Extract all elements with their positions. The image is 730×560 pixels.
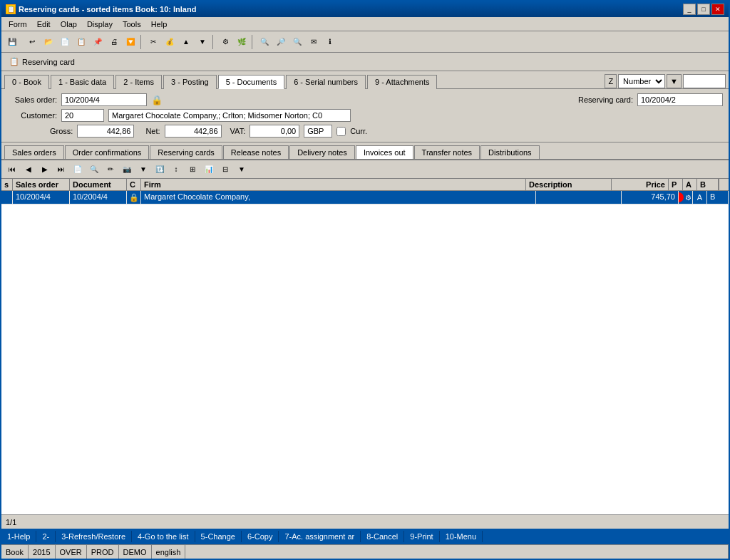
tb-email[interactable]: ✉ xyxy=(306,34,322,50)
grid-sort2[interactable]: ↕ xyxy=(168,162,184,177)
grid-edit[interactable]: ✏ xyxy=(103,162,118,177)
tab-reserving-cards[interactable]: Reserving cards xyxy=(150,145,222,159)
fn2[interactable]: 2- xyxy=(36,531,56,542)
fn6-copy[interactable]: 6-Copy xyxy=(242,531,279,542)
customer-name-input[interactable] xyxy=(108,109,351,122)
tb-new[interactable]: 📄 xyxy=(57,34,73,50)
tb-down[interactable]: ▼ xyxy=(195,34,210,50)
tab-basic-data[interactable]: 1 - Basic data xyxy=(51,75,114,89)
tab-items[interactable]: 2 - Items xyxy=(115,75,162,89)
tab-documents[interactable]: 5 - Documents xyxy=(218,75,285,89)
fn4-goto-list[interactable]: 4-Go to the list xyxy=(132,531,195,542)
grid-filter[interactable]: ▼ xyxy=(135,162,151,177)
tab-attachments[interactable]: 9 - Attachments xyxy=(367,75,437,89)
window-title: Reserving cards - sorted items Book: 10:… xyxy=(19,5,196,14)
dropdown-arrow-button[interactable]: ▼ xyxy=(667,74,682,88)
fn3-refresh[interactable]: 3-Refresh/Restore xyxy=(56,531,132,542)
tab-sales-orders[interactable]: Sales orders xyxy=(4,145,64,159)
tb-search2[interactable]: 🔎 xyxy=(273,34,289,50)
tb-extra[interactable]: 🌿 xyxy=(234,34,250,50)
grid-header: s Sales order Document C Firm Descriptio… xyxy=(1,179,729,191)
grid-first[interactable]: ⏮ xyxy=(4,162,20,177)
menu-olap[interactable]: Olap xyxy=(56,19,81,29)
grid-prev[interactable]: ◀ xyxy=(21,162,36,177)
fn1-help[interactable]: 1-Help xyxy=(1,531,36,542)
cell-c: 🔒 xyxy=(127,191,141,204)
customer-number-input[interactable] xyxy=(61,109,104,122)
currency-input[interactable] xyxy=(304,125,332,138)
sales-order-input[interactable] xyxy=(61,93,147,106)
number-input[interactable] xyxy=(683,74,726,88)
maximize-button[interactable]: □ xyxy=(697,4,710,15)
tab-delivery-notes[interactable]: Delivery notes xyxy=(289,145,355,159)
col-header-document[interactable]: Document xyxy=(70,179,127,190)
close-button[interactable]: ✕ xyxy=(711,4,724,15)
grid-last[interactable]: ⏭ xyxy=(53,162,69,177)
grid-excel[interactable]: 📊 xyxy=(201,162,217,177)
tb-filter[interactable]: 🔽 xyxy=(123,34,138,50)
tab-posting[interactable]: 3 - Posting xyxy=(163,75,217,89)
col-header-firm[interactable]: Firm xyxy=(141,179,526,190)
cell-firm: Margaret Chocolate Company, xyxy=(141,191,536,204)
status-book: Book xyxy=(1,545,29,559)
tb-search3[interactable]: 🔍 xyxy=(289,34,305,50)
fn9-print[interactable]: 9-Print xyxy=(404,531,439,542)
minimize-button[interactable]: _ xyxy=(683,4,696,15)
grid-next[interactable]: ▶ xyxy=(37,162,53,177)
gross-input[interactable] xyxy=(77,125,134,138)
tb-undo[interactable]: ↩ xyxy=(24,34,40,50)
fn10-menu[interactable]: 10-Menu xyxy=(440,531,483,542)
menu-tools[interactable]: Tools xyxy=(118,19,145,29)
number-dropdown[interactable]: Number xyxy=(618,74,665,88)
status-demo: DEMO xyxy=(119,545,152,559)
tb-paste[interactable]: 📌 xyxy=(90,34,106,50)
status-prod: PROD xyxy=(87,545,119,559)
grid-col[interactable]: ⊞ xyxy=(185,162,200,177)
tb-search1[interactable]: 🔍 xyxy=(257,34,272,50)
z-button[interactable]: Z xyxy=(605,74,617,88)
col-header-sales-order[interactable]: Sales order xyxy=(13,179,70,190)
status-empty xyxy=(185,545,729,559)
grid-dropdown[interactable]: ▼ xyxy=(234,162,250,177)
tb-settings[interactable]: ⚙ xyxy=(217,34,233,50)
tb-open[interactable]: 📂 xyxy=(41,34,56,50)
tb-print[interactable]: 🖨 xyxy=(106,34,122,50)
tb-money[interactable]: 💰 xyxy=(162,34,178,50)
table-row[interactable]: 10/2004/4 10/2004/4 🔒 Margaret Chocolate… xyxy=(1,191,729,204)
col-header-description[interactable]: Description xyxy=(526,179,612,190)
tb-up[interactable]: ▲ xyxy=(178,34,194,50)
menu-help[interactable]: Help xyxy=(147,19,172,29)
tab-release-notes[interactable]: Release notes xyxy=(223,145,289,159)
reserving-card-input[interactable] xyxy=(637,93,723,106)
tab-order-confirmations[interactable]: Order confirmations xyxy=(65,145,150,159)
fn5-change[interactable]: 5-Change xyxy=(195,531,242,542)
cell-price: 745,70 xyxy=(622,191,679,204)
col-header-price[interactable]: Price xyxy=(612,179,669,190)
reserving-card-button[interactable]: 📋 Reserving card xyxy=(4,55,80,68)
net-input[interactable] xyxy=(165,125,222,138)
vat-input[interactable] xyxy=(250,125,299,138)
gross-label: Gross: xyxy=(50,127,73,135)
tb-save[interactable]: 💾 xyxy=(4,34,20,50)
tb-info[interactable]: ℹ xyxy=(322,34,338,50)
fn7-ac-assignment[interactable]: 7-Ac. assignment ar xyxy=(279,531,361,542)
grid-add[interactable]: 📄 xyxy=(70,162,86,177)
tab-serial-numbers[interactable]: 6 - Serial numbers xyxy=(286,75,366,89)
grid-extra[interactable]: ⊟ xyxy=(217,162,233,177)
tb-copy[interactable]: 📋 xyxy=(73,34,89,50)
tb-cut[interactable]: ✂ xyxy=(145,34,161,50)
curr-checkbox[interactable] xyxy=(336,127,346,136)
tab-invoices-out[interactable]: Invoices out xyxy=(356,145,413,159)
grid-sort[interactable]: 🔃 xyxy=(152,162,168,177)
tab-transfer-notes[interactable]: Transfer notes xyxy=(414,145,480,159)
tab-distributions[interactable]: Distributions xyxy=(480,145,540,159)
menu-display[interactable]: Display xyxy=(83,19,117,29)
fn8-cancel[interactable]: 8-Cancel xyxy=(361,531,404,542)
cell-p: ⚙⚙ xyxy=(679,191,693,204)
grid-cam[interactable]: 📷 xyxy=(119,162,135,177)
menu-edit[interactable]: Edit xyxy=(33,19,55,29)
tab-book[interactable]: 0 - Book xyxy=(4,75,49,89)
grid-search[interactable]: 🔍 xyxy=(86,162,102,177)
menu-form[interactable]: Form xyxy=(4,19,31,29)
secondary-tabs: Sales orders Order confirmations Reservi… xyxy=(1,142,729,160)
